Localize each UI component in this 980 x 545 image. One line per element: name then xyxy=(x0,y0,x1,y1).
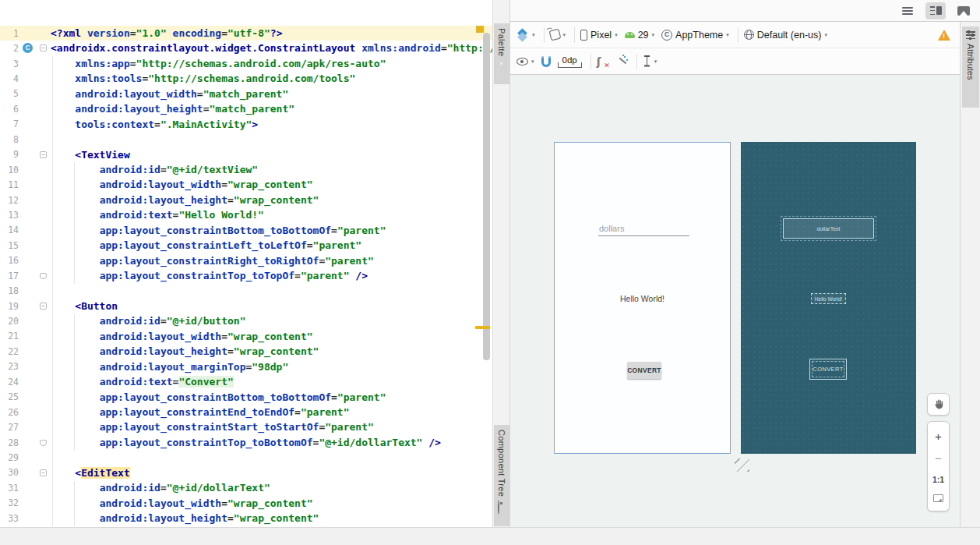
api-selector[interactable]: 29 ▾ xyxy=(625,30,654,41)
line-number: 13 xyxy=(0,210,19,221)
code-line[interactable]: 30− <EditText xyxy=(0,465,492,480)
convert-button-preview[interactable]: CONVERT xyxy=(627,362,661,379)
code-line[interactable]: 7 tools:context=".MainActivity"> xyxy=(0,117,492,132)
code-text: android:layout_marginTop="98dp" xyxy=(51,359,288,374)
code-line[interactable]: 8 xyxy=(0,132,492,147)
code-line[interactable]: 9− <TextView xyxy=(0,147,492,162)
gutter-marker-area xyxy=(19,313,51,328)
indent-guide xyxy=(74,162,75,284)
code-line[interactable]: 5 android:layout_width="match_parent" xyxy=(0,87,492,101)
blueprint-preview-canvas[interactable]: dollarText Hello World! CONVERT xyxy=(741,142,916,454)
edittext-hint[interactable]: dollars xyxy=(599,224,624,233)
canvas-resize-handle[interactable] xyxy=(735,458,749,472)
split-view-icon xyxy=(930,6,942,15)
code-text: android:text="Hello World!" xyxy=(51,207,264,222)
code-line[interactable]: 1<?xml version="1.0" encoding="utf-8"?> xyxy=(0,26,492,41)
code-line[interactable]: 4 xmlns:tools="http://schemas.android.co… xyxy=(0,71,492,86)
code-text: app:layout_constraintTop_toTopOf="parent… xyxy=(51,268,368,283)
right-tool-stripe: Attributes xyxy=(960,22,980,527)
gutter-marker-area xyxy=(19,87,51,101)
blueprint-edittext[interactable]: dollarText xyxy=(783,218,874,239)
design-preview-canvas[interactable]: dollars Hello World! CONVERT xyxy=(554,142,731,454)
theme-label: AppTheme xyxy=(675,30,723,41)
gutter-marker-area xyxy=(19,193,51,207)
infer-constraints-button[interactable] xyxy=(616,55,628,67)
orientation-selector[interactable]: ▾ xyxy=(550,30,566,40)
code-line[interactable]: 29 xyxy=(0,450,492,465)
design-surface[interactable]: dollars Hello World! CONVERT dollarText … xyxy=(510,75,960,527)
gutter-marker-area xyxy=(19,56,51,71)
design-toolbar-row2: ▾ 0dp ʃ✕ ▾ xyxy=(510,48,960,75)
fold-end-icon[interactable] xyxy=(40,440,47,446)
line-number: 16 xyxy=(0,255,19,266)
surface-mode-selector[interactable]: ▾ xyxy=(516,29,535,41)
tab-palette[interactable]: Palette xyxy=(494,23,509,84)
view-options-button[interactable]: ▾ xyxy=(516,58,534,65)
code-line[interactable]: 2C−<androidx.constraintlayout.widget.Con… xyxy=(0,41,492,55)
zoom-ratio-button[interactable]: 1:1 xyxy=(932,475,944,484)
code-text: app:layout_constraintLeft_toLeftOf="pare… xyxy=(51,238,361,253)
device-selector[interactable]: Pixel ▾ xyxy=(580,30,618,41)
zoom-in-button[interactable]: + xyxy=(935,430,942,442)
fold-collapse-icon[interactable]: − xyxy=(40,44,47,51)
code-line[interactable]: 3 xmlns:app="http://schemas.android.com/… xyxy=(0,56,492,71)
blueprint-button[interactable]: CONVERT xyxy=(809,359,847,380)
design-view-button[interactable] xyxy=(954,2,974,19)
design-view-icon xyxy=(957,6,970,16)
api-label: 29 xyxy=(638,30,649,41)
xml-code-editor[interactable]: 1<?xml version="1.0" encoding="utf-8"?>2… xyxy=(0,0,492,527)
line-number: 3 xyxy=(0,58,19,69)
fold-collapse-icon[interactable]: − xyxy=(40,469,47,476)
bottom-strip xyxy=(0,527,980,545)
tab-component-tree[interactable]: Component Tree xyxy=(494,425,509,526)
code-line[interactable]: 19− <Button xyxy=(0,299,492,313)
blueprint-textview[interactable]: Hello World! xyxy=(811,293,846,304)
fold-end-icon[interactable] xyxy=(40,273,47,279)
line-number: 4 xyxy=(0,73,19,84)
code-line[interactable]: 18 xyxy=(0,283,492,298)
code-line[interactable]: 6 android:layout_height="match_parent" xyxy=(0,101,492,116)
textview-hello[interactable]: Hello World! xyxy=(555,294,730,303)
code-text: xmlns:tools="http://schemas.android.com/… xyxy=(51,71,355,86)
line-number: 29 xyxy=(0,452,19,463)
code-text: android:id="@+id/dollarText" xyxy=(51,480,270,495)
line-number: 18 xyxy=(0,285,19,296)
split-view-button[interactable] xyxy=(925,2,946,19)
pan-button[interactable] xyxy=(927,393,950,416)
toolbar-divider xyxy=(544,27,545,43)
warning-icon[interactable] xyxy=(938,30,950,41)
code-view-button[interactable] xyxy=(897,2,918,19)
device-icon xyxy=(580,30,587,41)
line-number: 24 xyxy=(0,377,19,388)
gutter-marker-area xyxy=(19,26,51,41)
autoconnect-button[interactable] xyxy=(541,56,551,67)
code-text: android:layout_width="match_parent" xyxy=(51,87,288,101)
default-margins-button[interactable]: 0dp xyxy=(558,55,582,68)
left-tool-stripe: Palette Component Tree xyxy=(492,0,510,527)
warning-stripe-mark[interactable] xyxy=(475,326,490,329)
gutter-marker-area: − xyxy=(19,299,51,313)
locale-selector[interactable]: Default (en-us) ▾ xyxy=(744,30,827,41)
fold-collapse-icon[interactable]: − xyxy=(40,303,47,310)
line-number: 14 xyxy=(0,225,19,235)
indent-guide xyxy=(74,314,75,451)
gutter-marker-area xyxy=(19,450,51,465)
zoom-out-button[interactable]: − xyxy=(935,452,942,464)
class-badge-icon[interactable]: C xyxy=(23,43,33,53)
theme-selector[interactable]: C AppTheme ▾ xyxy=(661,30,729,41)
line-number: 2 xyxy=(0,43,19,54)
design-surface-icon xyxy=(516,29,529,41)
gutter-marker-area xyxy=(19,132,51,147)
gutter-marker-area xyxy=(19,177,51,192)
pack-selector[interactable]: ▾ xyxy=(643,55,657,67)
fold-collapse-icon[interactable]: − xyxy=(40,151,47,158)
line-number: 27 xyxy=(0,422,19,433)
eye-icon xyxy=(516,58,528,65)
tab-attributes[interactable]: Attributes xyxy=(962,27,979,108)
clear-constraints-button[interactable]: ʃ✕ xyxy=(597,55,609,68)
inspection-status-icon[interactable] xyxy=(476,26,484,33)
gutter-marker-area xyxy=(19,283,51,298)
editor-scrollbar[interactable] xyxy=(483,33,490,360)
zoom-to-fit-button[interactable] xyxy=(933,494,943,502)
gutter-marker-area xyxy=(19,405,51,419)
